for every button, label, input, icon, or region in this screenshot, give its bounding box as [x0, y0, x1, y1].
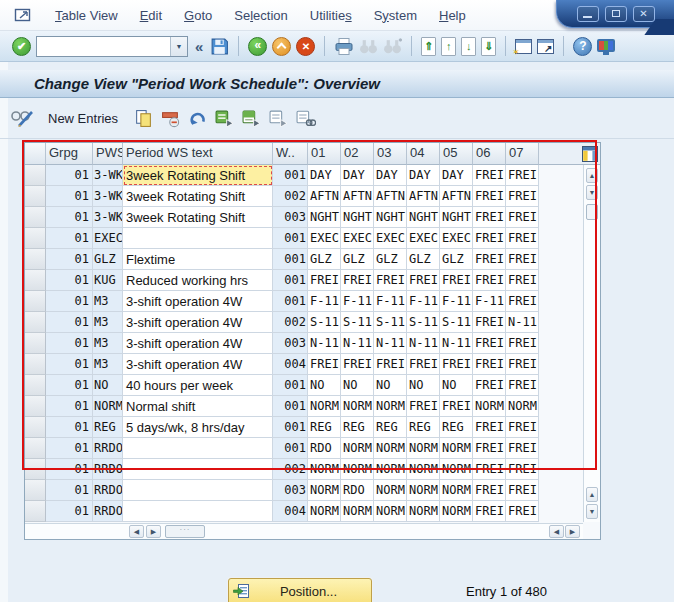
page-down-icon[interactable]: ↓	[461, 37, 476, 56]
day-cell[interactable]: NORM	[473, 396, 506, 417]
day-cell[interactable]: FREI	[473, 501, 506, 522]
day-cell[interactable]: NORM	[407, 480, 440, 501]
row-selector[interactable]	[25, 480, 46, 501]
save-icon[interactable]	[210, 37, 229, 56]
undo-icon[interactable]	[188, 109, 207, 128]
day-cell[interactable]: FREI	[341, 354, 374, 375]
enter-button[interactable]: ✔	[12, 37, 31, 56]
vertical-scrollbar[interactable]: ▲ ▼ ▲ ▼	[583, 165, 600, 522]
period-text-cell[interactable]: Flextime	[123, 249, 273, 270]
menu-item-edit[interactable]: Edit	[129, 5, 173, 26]
period-text-cell[interactable]: 5 days/wk, 8 hrs/day	[123, 417, 273, 438]
day-cell[interactable]: RDO	[308, 438, 341, 459]
row-selector[interactable]	[25, 165, 46, 186]
day-cell[interactable]: AFTN	[341, 186, 374, 207]
column-header-w-[interactable]: W..	[273, 143, 308, 165]
day-cell[interactable]: FREI	[473, 438, 506, 459]
period-text-cell[interactable]: 3week Rotating Shift	[123, 207, 273, 228]
day-cell[interactable]: NO	[341, 375, 374, 396]
help-button[interactable]: ?	[573, 37, 592, 56]
day-cell[interactable]: FREI	[440, 270, 473, 291]
day-cell[interactable]: DAY	[440, 165, 473, 186]
select-block-icon[interactable]	[242, 109, 261, 127]
column-header-grpg[interactable]: Grpg	[46, 143, 93, 165]
row-selector[interactable]	[25, 375, 46, 396]
day-cell[interactable]: FREI	[473, 354, 506, 375]
day-cell[interactable]: AFTN	[374, 186, 407, 207]
menu-item-table-view[interactable]: Table View	[44, 5, 129, 26]
period-text-cell[interactable]: 3-shift operation 4W	[123, 312, 273, 333]
day-cell[interactable]: F-11	[473, 291, 506, 312]
day-cell[interactable]: REG	[407, 417, 440, 438]
display-change-toggle-icon[interactable]	[10, 108, 36, 128]
period-text-cell[interactable]: 3-shift operation 4W	[123, 333, 273, 354]
day-cell[interactable]: REG	[440, 417, 473, 438]
day-cell[interactable]: GLZ	[407, 249, 440, 270]
maximize-button[interactable]	[605, 6, 627, 22]
day-cell[interactable]: NORM	[374, 438, 407, 459]
day-cell[interactable]: FREI	[506, 438, 539, 459]
day-cell[interactable]: N-11	[308, 333, 341, 354]
day-cell[interactable]: RDO	[341, 480, 374, 501]
system-menu-icon[interactable]	[14, 7, 34, 23]
day-cell[interactable]: NO	[440, 375, 473, 396]
day-cell[interactable]: GLZ	[374, 249, 407, 270]
day-cell[interactable]: F-11	[308, 291, 341, 312]
day-cell[interactable]: FREI	[407, 396, 440, 417]
day-cell[interactable]: FREI	[506, 354, 539, 375]
day-cell[interactable]: FREI	[341, 270, 374, 291]
day-cell[interactable]: NORM	[440, 438, 473, 459]
day-cell[interactable]: FREI	[506, 270, 539, 291]
command-dropdown-button[interactable]: ▼	[170, 37, 187, 56]
day-cell[interactable]: FREI	[473, 333, 506, 354]
day-cell[interactable]: EXEC	[308, 228, 341, 249]
day-cell[interactable]: NO	[407, 375, 440, 396]
deselect-all-icon[interactable]	[269, 109, 288, 127]
day-cell[interactable]: FREI	[473, 228, 506, 249]
day-cell[interactable]: N-11	[407, 333, 440, 354]
last-page-icon[interactable]: ⇓	[481, 37, 496, 56]
day-cell[interactable]: NORM	[506, 396, 539, 417]
page-up-icon[interactable]: ↑	[441, 37, 456, 56]
scroll-down-button-bottom[interactable]: ▼	[586, 504, 598, 519]
day-cell[interactable]: FREI	[473, 375, 506, 396]
create-shortcut-icon[interactable]: ↗	[537, 39, 554, 54]
period-text-cell[interactable]	[123, 438, 273, 459]
scroll-left-button-right[interactable]: ◀	[549, 525, 564, 538]
row-selector[interactable]	[25, 207, 46, 228]
day-cell[interactable]: F-11	[407, 291, 440, 312]
day-cell[interactable]: NORM	[341, 438, 374, 459]
day-cell[interactable]: EXEC	[374, 228, 407, 249]
column-header-04[interactable]: 04	[407, 143, 440, 165]
row-selector[interactable]	[25, 396, 46, 417]
column-header-pws[interactable]: PWS	[93, 143, 123, 165]
day-cell[interactable]: FREI	[506, 480, 539, 501]
period-text-cell[interactable]	[123, 228, 273, 249]
day-cell[interactable]: REG	[341, 417, 374, 438]
day-cell[interactable]: EXEC	[407, 228, 440, 249]
day-cell[interactable]: AFTN	[407, 186, 440, 207]
day-cell[interactable]: FREI	[506, 165, 539, 186]
day-cell[interactable]: DAY	[407, 165, 440, 186]
close-button[interactable]: ✕	[633, 6, 655, 22]
day-cell[interactable]: N-11	[440, 333, 473, 354]
day-cell[interactable]: FREI	[506, 417, 539, 438]
position-button[interactable]: Position...	[228, 578, 372, 602]
day-cell[interactable]: REG	[308, 417, 341, 438]
day-cell[interactable]: FREI	[506, 501, 539, 522]
day-cell[interactable]: S-11	[308, 312, 341, 333]
scroll-up-button-bottom[interactable]: ▲	[586, 487, 598, 502]
period-text-cell[interactable]: 3-shift operation 4W	[123, 354, 273, 375]
day-cell[interactable]: GLZ	[440, 249, 473, 270]
period-text-cell[interactable]	[123, 480, 273, 501]
day-cell[interactable]: NORM	[341, 501, 374, 522]
day-cell[interactable]: EXEC	[341, 228, 374, 249]
day-cell[interactable]: NORM	[374, 459, 407, 480]
day-cell[interactable]: NORM	[308, 459, 341, 480]
day-cell[interactable]: DAY	[374, 165, 407, 186]
scroll-up-button[interactable]: ▲	[586, 168, 598, 183]
day-cell[interactable]: F-11	[341, 291, 374, 312]
day-cell[interactable]: NGHT	[341, 207, 374, 228]
select-all-icon[interactable]	[215, 109, 234, 127]
day-cell[interactable]: FREI	[506, 249, 539, 270]
